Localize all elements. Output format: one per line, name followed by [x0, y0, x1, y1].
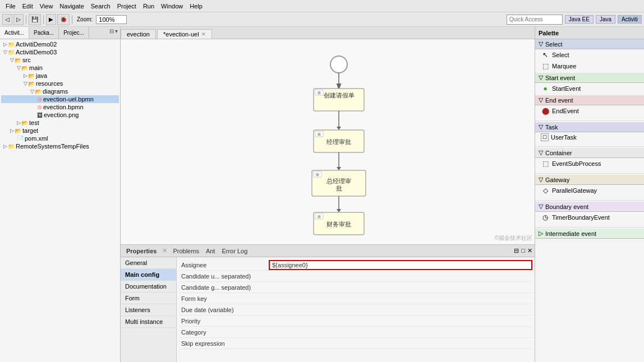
prop-sidebar-general[interactable]: General — [121, 257, 176, 269]
prop-minimize-icon[interactable]: ⊟ — [514, 247, 519, 254]
panel-tab-package[interactable]: Packa... — [29, 27, 59, 39]
editor-tab-evection-uel[interactable]: *evection-uel ✕ — [157, 29, 212, 39]
palette-item-endevent[interactable]: ⬤ EndEvent — [535, 105, 644, 117]
prop-tab-errorlog[interactable]: Error Log — [218, 247, 251, 256]
perspective-java-btn[interactable]: Java — [596, 15, 615, 24]
tree-item-remote[interactable]: ▷ 📁 RemoteSystemsTempFiles — [1, 142, 119, 150]
tree-item-activitidemo03[interactable]: ▽ 📁 ActivitiDemo03 — [1, 48, 119, 56]
prop-sidebar-form[interactable]: Form — [121, 293, 176, 304]
tree-item-main[interactable]: ▽ 📂 main — [1, 64, 119, 72]
palette-section-header-gateway[interactable]: ▽ Gateway — [535, 175, 644, 185]
palette-item-label: Marquee — [552, 63, 576, 69]
prop-tab-properties[interactable]: Properties — [123, 247, 160, 256]
bpmn-canvas[interactable]: ⊞ 创建请假单 ⊞ 经理审批 — [121, 39, 535, 244]
zoom-input[interactable]: 100% — [96, 15, 127, 24]
palette-item-eventsubprocess[interactable]: ⬚ EventSubProcess — [535, 158, 644, 169]
perspective-activiti-btn[interactable]: Activiti — [618, 15, 642, 24]
menu-help[interactable]: Help — [186, 2, 206, 11]
palette-section-header-end[interactable]: ▽ End event — [535, 95, 644, 105]
prop-sidebar-mainconfig[interactable]: Main config — [121, 269, 176, 281]
view-menu-icon[interactable]: ▾ — [115, 28, 118, 38]
toolbar-forward-btn[interactable]: ▷ — [13, 14, 24, 25]
tree-item-java[interactable]: ▷ 📂 java — [1, 72, 119, 80]
prop-sidebar-multiinstance[interactable]: Multi instance — [121, 316, 176, 328]
palette-item-select[interactable]: ↖ Select — [535, 49, 644, 61]
menu-file[interactable]: File — [2, 2, 19, 11]
menu-bar: File Edit View Navigate Search Project R… — [0, 0, 644, 12]
palette-section-header-intermediate[interactable]: ▷ Intermediate event — [535, 229, 644, 239]
palette-section-header-start[interactable]: ▽ Start event — [535, 73, 644, 83]
palette-item-parallelgateway[interactable]: ◇ ParallelGateway — [535, 185, 644, 196]
section-collapsed-bar — [535, 117, 644, 121]
toolbar-back-btn[interactable]: ◁ — [2, 14, 12, 25]
prop-value-duedate[interactable] — [269, 305, 532, 315]
prop-value-priority[interactable] — [269, 316, 532, 326]
menu-search[interactable]: Search — [88, 2, 114, 11]
prop-sidebar-documentation[interactable]: Documentation — [121, 281, 176, 293]
prop-sidebar-listeners[interactable]: Listeners — [121, 304, 176, 316]
palette-item-usertask[interactable]: ☐ UserTask — [535, 132, 644, 142]
prop-tab-ant[interactable]: Ant — [203, 247, 219, 256]
palette-section-boundary: ▽ Boundary event ◷ TimerBoundaryEvent — [535, 202, 644, 228]
prop-value-formkey[interactable] — [269, 294, 532, 304]
toolbar-debug-btn[interactable]: 🐞 — [57, 14, 70, 25]
tree-item-diagrams[interactable]: ▽ 📂 diagrams — [1, 87, 119, 95]
panel-tab-activiti[interactable]: Activit... — [0, 27, 29, 39]
tree-item-evection-png[interactable]: 🖼 evection.png — [1, 111, 119, 119]
menu-window[interactable]: Window — [158, 2, 186, 11]
perspective-javaee-btn[interactable]: Java EE — [565, 15, 594, 24]
section-bar — [535, 223, 644, 228]
menu-navigate[interactable]: Navigate — [56, 2, 87, 11]
menu-edit[interactable]: Edit — [19, 2, 36, 11]
tree-arrow: ▽ — [10, 57, 14, 63]
prop-value-candidate-users[interactable] — [269, 271, 532, 281]
palette-item-timerboundary[interactable]: ◷ TimerBoundaryEvent — [535, 212, 644, 223]
prop-tab-problems[interactable]: Problems — [169, 247, 202, 256]
task1-label: 创建请假单 — [324, 92, 355, 99]
prop-maximize-icon[interactable]: □ — [521, 247, 525, 254]
tree-item-src[interactable]: ▽ 📂 src — [1, 56, 119, 64]
menu-run[interactable]: Run — [140, 2, 158, 11]
collapse-icon[interactable]: ⊟ — [109, 28, 114, 38]
tree-item-test[interactable]: ▷ 📂 test — [1, 119, 119, 127]
prop-value-skipexpr[interactable] — [269, 338, 532, 349]
properties-panel: Properties ✕ Problems Ant Error Log ⊟ □ … — [121, 244, 535, 362]
menu-view[interactable]: View — [36, 2, 57, 11]
palette-section-header-select[interactable]: ▽ Select — [535, 39, 644, 49]
prop-value-category[interactable] — [269, 327, 532, 337]
svg-text:⊞: ⊞ — [316, 173, 319, 177]
toolbar-run-btn[interactable]: ▶ — [46, 14, 56, 25]
quick-access-input[interactable] — [507, 15, 563, 25]
folder-icon: 📁 — [8, 143, 15, 150]
tree-label: RemoteSystemsTempFiles — [16, 143, 89, 150]
palette-section-select: ▽ Select ↖ Select ⬚ Marquee — [535, 39, 644, 72]
prop-value-candidate-groups[interactable] — [269, 282, 532, 293]
prop-value-assignee[interactable]: ${assignee0} — [269, 260, 532, 270]
tree-item-resources[interactable]: ▽ 📂 resources — [1, 80, 119, 87]
tree-item-evection-bpmn[interactable]: ⚙ evection.bpmn — [1, 103, 119, 111]
tab-close-icon[interactable]: ✕ — [201, 31, 206, 37]
editor-tab-label: *evection-uel — [163, 31, 199, 38]
prop-tab-icons: ⊟ □ ✕ — [514, 247, 532, 254]
start-event[interactable] — [330, 56, 347, 73]
prop-close-icon[interactable]: ✕ — [527, 247, 532, 254]
menu-project[interactable]: Project — [114, 2, 140, 11]
tree-item-evection-uel-bpmn[interactable]: ⚙ evection-uel.bpmn — [1, 95, 119, 103]
palette-item-marquee[interactable]: ⬚ Marquee — [535, 61, 644, 72]
section-arrow: ▽ — [539, 40, 543, 48]
panel-tab-project[interactable]: Projec... — [59, 27, 89, 39]
toolbar-save-btn[interactable]: 💾 — [29, 14, 41, 25]
palette-item-startevent[interactable]: ● StartEvent — [535, 83, 644, 94]
properties-tab-bar: Properties ✕ Problems Ant Error Log ⊟ □ … — [121, 245, 535, 257]
tree-item-activitidemo02[interactable]: ▷ 📁 ActivitiDemo02 — [1, 40, 119, 48]
folder-icon: 📂 — [28, 73, 35, 79]
svg-text:⊞: ⊞ — [318, 215, 321, 219]
tree-item-pom-xml[interactable]: 📄 pom.xml — [1, 134, 119, 142]
prop-label-duedate: Due date (variable) — [179, 305, 269, 314]
palette-section-header-task[interactable]: ▽ Task — [535, 122, 644, 132]
palette-section-header-boundary[interactable]: ▽ Boundary event — [535, 202, 644, 212]
editor-tab-evection[interactable]: evection — [121, 29, 156, 39]
palette-section-header-container[interactable]: ▽ Container — [535, 148, 644, 158]
tree-item-target[interactable]: ▷ 📂 target — [1, 127, 119, 134]
toolbar-sep-1 — [26, 15, 26, 24]
